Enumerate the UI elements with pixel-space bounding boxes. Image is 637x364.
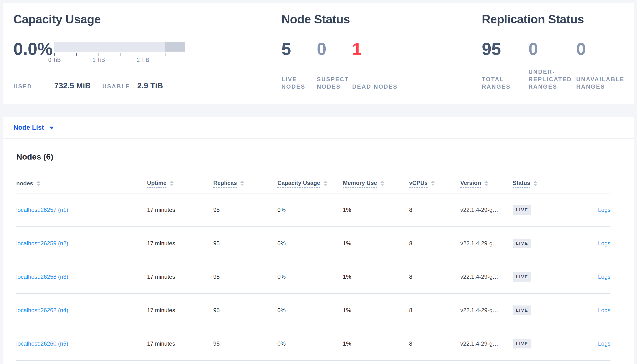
sort-icon[interactable] [37,180,41,188]
stat-label: TOTAL RANGES [482,76,524,90]
node-list-card: Node List Nodes (6) nodesUptimeReplicasC… [3,117,634,364]
column-header-label: Uptime [147,180,166,188]
status-badge: LIVE [513,272,531,282]
column-header-label: vCPUs [409,180,428,188]
stat: 95TOTAL RANGES [482,40,528,90]
axis-tick [76,53,77,56]
node-link[interactable]: localhost:26258 (n3) [16,274,147,280]
replicas-cell: 95 [213,307,277,314]
column-header-label: Capacity Usage [277,180,320,188]
stat-value: 0 [528,40,571,58]
chevron-down-icon[interactable] [49,126,54,130]
logs-link[interactable]: Logs [598,206,610,213]
stat: 5LIVE NODES [281,40,317,90]
stat: 0SUSPECT NODES [317,40,352,90]
logs-cell: Logs [565,307,610,314]
axis-tick-label: 2 TiB [137,57,149,63]
node-link[interactable]: localhost:26260 (n5) [16,340,147,347]
column-header-uptime[interactable]: Uptime [147,180,213,188]
capacity-footer: USED 732.5 MiB USABLE 2.9 TiB [14,81,281,90]
replicas-cell: 95 [213,240,277,247]
stat: 0UNDER-REPLICATED RANGES [528,40,576,90]
status-badge: LIVE [513,339,531,348]
capacity-bar-dark-segment [165,42,185,52]
status-cell: LIVE [513,205,565,215]
sort-down-arrow-icon [324,184,327,186]
axis-tick [54,53,55,56]
column-header-label: Memory Use [343,180,377,188]
uptime-cell: 17 minutes [147,274,213,280]
stat-label: LIVE NODES [281,76,312,90]
column-header-vcpus[interactable]: vCPUs [409,180,460,188]
replicas-cell: 95 [213,340,277,347]
node-status-title: Node Status [281,14,482,25]
sort-up-arrow-icon [431,180,435,183]
capacity-usage-panel: Capacity Usage 0.0% 0 TiB1 TiB2 TiB USED… [14,14,281,104]
sort-icon[interactable] [381,180,384,188]
sort-icon[interactable] [484,180,488,188]
sort-down-arrow-icon [240,184,244,186]
capacity-usage-bar: 0 TiB1 TiB2 TiB [54,42,185,52]
logs-link[interactable]: Logs [598,240,610,246]
vcpus-cell: 8 [409,307,460,314]
memory-use-cell: 1% [343,206,409,213]
version-cell: v22.1.4-29-g… [460,340,513,347]
sort-up-arrow-icon [240,180,244,183]
table-row: localhost:26259 (n2)17 minutes950%1%8v22… [16,227,610,260]
node-list-dropdown[interactable]: Node List [14,124,44,131]
nodes-section-title: Nodes (6) [16,152,610,162]
capacity-percent-value: 0.0% [14,40,54,58]
column-header-status[interactable]: Status [513,180,565,188]
vcpus-cell: 8 [409,274,460,280]
capacity-usage-cell: 0% [277,307,343,314]
node-link[interactable]: localhost:26262 (n4) [16,307,147,314]
usable-value: 2.9 TiB [137,81,163,90]
logs-link[interactable]: Logs [598,340,610,347]
logs-cell: Logs [565,274,610,280]
column-header-nodes[interactable]: nodes [16,180,147,188]
node-link[interactable]: localhost:26257 (n1) [16,206,147,213]
sort-up-arrow-icon [381,180,384,183]
replication-status-panel: Replication Status 95TOTAL RANGES0UNDER-… [482,14,634,104]
logs-link[interactable]: Logs [598,307,610,313]
column-header-memory-use[interactable]: Memory Use [343,180,409,188]
nodes-table-body: localhost:26257 (n1)17 minutes950%1%8v22… [16,194,610,361]
memory-use-cell: 1% [343,274,409,280]
column-header-label: Status [513,180,530,188]
uptime-cell: 17 minutes [147,206,213,213]
logs-link[interactable]: Logs [598,274,610,280]
version-cell: v22.1.4-29-g… [460,274,513,280]
sort-up-arrow-icon [484,180,488,183]
sort-up-arrow-icon [533,180,537,183]
column-header-version[interactable]: Version [460,180,513,188]
stat-value: 0 [317,40,348,58]
sort-icon[interactable] [324,180,327,188]
stat-value: 0 [576,40,629,58]
axis-tick [121,53,121,56]
sort-icon[interactable] [533,180,537,188]
capacity-usage-cell: 0% [277,340,343,347]
sort-up-arrow-icon [170,180,174,183]
axis-tick [165,53,165,56]
sort-icon[interactable] [170,180,174,188]
capacity-usage-cell: 0% [277,274,343,280]
status-cell: LIVE [513,306,565,315]
uptime-cell: 17 minutes [147,240,213,247]
node-link[interactable]: localhost:26259 (n2) [16,240,147,247]
sort-up-arrow-icon [324,180,327,183]
uptime-cell: 17 minutes [147,307,213,314]
replicas-cell: 95 [213,274,277,280]
column-header-replicas[interactable]: Replicas [213,180,277,188]
capacity-usage-cell: 0% [277,206,343,213]
sort-icon[interactable] [431,180,435,188]
usable-label: USABLE [102,83,137,90]
sort-down-arrow-icon [37,184,41,186]
column-header-label: Version [460,180,481,188]
column-header-capacity-usage[interactable]: Capacity Usage [277,180,343,188]
nodes-table-section: Nodes (6) nodesUptimeReplicasCapacity Us… [3,152,634,361]
sort-down-arrow-icon [170,184,174,186]
table-row: localhost:26260 (n5)17 minutes950%1%8v22… [16,327,610,361]
sort-icon[interactable] [240,180,244,188]
memory-use-cell: 1% [343,307,409,314]
vcpus-cell: 8 [409,240,460,247]
